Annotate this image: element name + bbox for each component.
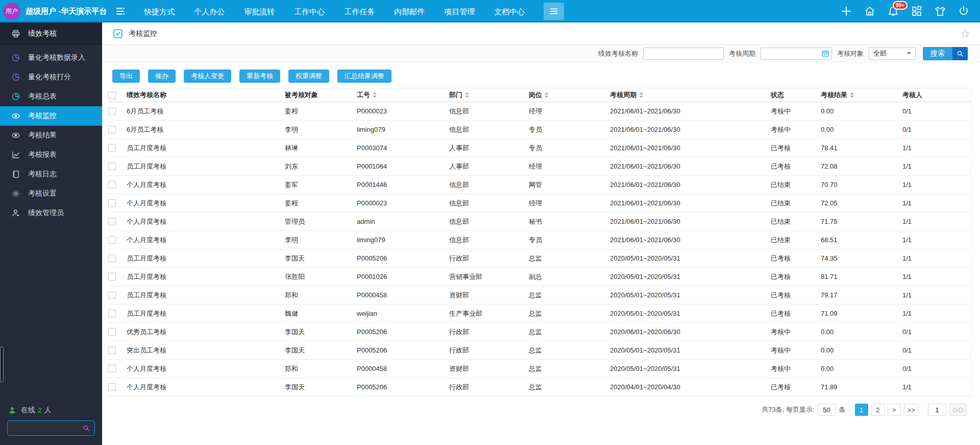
last-page-button[interactable]: >> bbox=[904, 404, 919, 416]
filter-target-select[interactable]: 全部 bbox=[869, 48, 916, 60]
power-logout-icon[interactable] bbox=[958, 5, 970, 17]
tab-project-mgmt[interactable]: 项目管理 bbox=[434, 1, 484, 22]
row-checkbox[interactable] bbox=[108, 365, 116, 372]
notifications-bell-icon[interactable]: 99+ bbox=[887, 5, 899, 17]
tab-doc-center[interactable]: 文档中心 bbox=[484, 1, 534, 22]
sidebar-item-assessment-result[interactable]: 考核结果 bbox=[0, 126, 102, 145]
table-row[interactable]: 员工月度考核魏健weijian生产事业部总监2020/05/01~2020/05… bbox=[108, 305, 971, 323]
row-checkbox[interactable] bbox=[108, 310, 116, 317]
column-header-name: 绩效考核名称 bbox=[127, 90, 285, 100]
menu-toggle-icon[interactable] bbox=[115, 5, 127, 17]
row-checkbox[interactable] bbox=[108, 291, 116, 299]
sort-arrows-icon[interactable] bbox=[373, 92, 377, 98]
table-row[interactable]: 个人月度考核姜程P0000023信息部经理2021/06/01~2021/06/… bbox=[108, 194, 971, 213]
column-header-emp-no[interactable]: 工号 bbox=[357, 90, 449, 100]
select-all-checkbox[interactable] bbox=[108, 91, 116, 99]
tab-shortcuts[interactable]: 快捷方式 bbox=[134, 1, 184, 22]
row-checkbox[interactable] bbox=[108, 144, 116, 152]
row-checkbox-cell bbox=[108, 328, 127, 336]
row-checkbox[interactable] bbox=[108, 218, 116, 225]
more-menus-button[interactable] bbox=[544, 3, 564, 20]
sidebar-item-perf-assessment[interactable]: 绩效考核 bbox=[0, 22, 102, 45]
urge-button[interactable]: 催办 bbox=[148, 69, 176, 83]
table-row[interactable]: 员工月度考核张胜阳P0001026营销事业部副总2020/05/01~2020/… bbox=[108, 268, 971, 286]
tab-work-center[interactable]: 工作中心 bbox=[284, 1, 334, 22]
column-header-result[interactable]: 考核结果 bbox=[821, 90, 902, 100]
row-checkbox[interactable] bbox=[108, 328, 116, 336]
row-checkbox[interactable] bbox=[108, 199, 116, 207]
column-header-position[interactable]: 岗位 bbox=[529, 90, 610, 100]
next-page-button[interactable]: > bbox=[888, 404, 901, 416]
table-row[interactable]: 员工月度考核郑和P0000458资财部总监2020/05/01~2020/05/… bbox=[108, 286, 971, 305]
table-row[interactable]: 个人月度考核姜军P0001446信息部网管2021/06/01~2021/06/… bbox=[108, 176, 971, 194]
sidebar-item-assessment-monitor[interactable]: 考核监控 bbox=[0, 106, 102, 126]
row-checkbox[interactable] bbox=[108, 126, 116, 133]
row-checkbox[interactable] bbox=[108, 273, 116, 280]
row-checkbox[interactable] bbox=[108, 181, 116, 189]
sidebar-item-perf-admin[interactable]: 绩效管理员 bbox=[0, 203, 102, 223]
search-icon[interactable] bbox=[82, 424, 90, 432]
table-row[interactable]: 个人月度考核管理员admin信息部秘书2021/06/01~2021/06/30… bbox=[108, 213, 971, 231]
change-assessor-button[interactable]: 考核人变更 bbox=[184, 69, 231, 83]
sidebar-item-assessment-summary[interactable]: 考核总表 bbox=[0, 87, 102, 106]
table-row[interactable]: 突出员工考核李国天P0005206行政部总监2020/05/01~2020/05… bbox=[108, 341, 971, 360]
sidebar-item-quant-data-entry[interactable]: 量化考核数据录入 bbox=[0, 48, 102, 67]
search-button[interactable]: 搜索 bbox=[923, 47, 968, 60]
pagination: 共73条, 每页显示: 条 12>>> GO bbox=[102, 396, 980, 416]
sidebar-item-assessment-log[interactable]: 考核日志 bbox=[0, 165, 102, 184]
column-header-dept[interactable]: 部门 bbox=[449, 90, 529, 100]
sidebar-item-assessment-settings[interactable]: 考核设置 bbox=[0, 184, 102, 203]
avatar[interactable]: 用户 bbox=[3, 3, 20, 20]
sidebar-search-input[interactable] bbox=[8, 425, 82, 432]
sort-arrows-icon[interactable] bbox=[545, 92, 549, 98]
page-size-input[interactable] bbox=[818, 404, 836, 416]
sidebar-scrollbar[interactable] bbox=[0, 346, 4, 382]
calendar-icon[interactable] bbox=[821, 50, 829, 58]
cell-target: 李国天 bbox=[285, 383, 357, 392]
table-row[interactable]: 员工月度考核李国天P0005206行政部总监2020/05/01~2020/05… bbox=[108, 249, 971, 268]
apps-grid-icon[interactable] bbox=[911, 5, 923, 17]
table-row[interactable]: 6月员工考核李明liming079信息部专员2021/06/01~2021/06… bbox=[108, 121, 971, 139]
cell-assessor: 1/1 bbox=[902, 254, 971, 262]
filter-name-input[interactable] bbox=[643, 48, 724, 60]
page-button-2[interactable]: 2 bbox=[871, 404, 885, 416]
cell-position: 总监 bbox=[529, 383, 610, 392]
row-checkbox[interactable] bbox=[108, 162, 116, 170]
row-checkbox[interactable] bbox=[108, 346, 116, 354]
search-icon bbox=[952, 47, 968, 60]
row-checkbox[interactable] bbox=[108, 383, 116, 391]
home-icon[interactable] bbox=[864, 5, 876, 17]
cell-target: 郑和 bbox=[285, 291, 357, 300]
column-header-period[interactable]: 考核周期 bbox=[610, 90, 771, 100]
table-scrollbar-track[interactable] bbox=[971, 88, 972, 397]
sort-arrows-icon[interactable] bbox=[639, 92, 643, 98]
table-row[interactable]: 个人月度考核李明liming079信息部专员2021/06/01~2021/06… bbox=[108, 231, 971, 249]
row-checkbox[interactable] bbox=[108, 107, 116, 115]
theme-shirt-icon[interactable] bbox=[934, 5, 946, 17]
sort-arrows-icon[interactable] bbox=[465, 92, 469, 98]
tab-approval-flow[interactable]: 审批流转 bbox=[234, 1, 284, 22]
reassess-button[interactable]: 重新考核 bbox=[239, 69, 280, 83]
summary-adjust-button[interactable]: 汇总结果调整 bbox=[337, 69, 391, 83]
page-button-1[interactable]: 1 bbox=[855, 404, 868, 416]
table-row[interactable]: 个人月度考核郑和P0000458资财部总监2020/05/01~2020/05/… bbox=[108, 360, 971, 378]
tab-work-tasks[interactable]: 工作任务 bbox=[334, 1, 384, 22]
table-row[interactable]: 6月员工考核姜程P0000023信息部经理2021/06/01~2021/06/… bbox=[108, 102, 971, 121]
page-jump-input[interactable] bbox=[928, 404, 946, 416]
favorite-star-icon[interactable] bbox=[961, 29, 970, 38]
weight-adjust-button[interactable]: 权重调整 bbox=[288, 69, 329, 83]
sort-arrows-icon[interactable] bbox=[850, 92, 854, 98]
export-button[interactable]: 导出 bbox=[112, 69, 140, 83]
table-row[interactable]: 员工月度考核刘东P0001064人事部经理2021/06/01~2021/06/… bbox=[108, 157, 971, 176]
sidebar-item-assessment-report[interactable]: 考核报表 bbox=[0, 145, 102, 165]
add-icon[interactable] bbox=[840, 5, 852, 17]
go-button[interactable]: GO bbox=[949, 404, 967, 416]
tab-personal-office[interactable]: 个人办公 bbox=[184, 1, 234, 22]
table-row[interactable]: 优秀员工考核李国天P0005206行政部总监2020/06/01~2020/06… bbox=[108, 323, 971, 341]
row-checkbox[interactable] bbox=[108, 254, 116, 262]
table-row[interactable]: 个人月度考核李国天P0005206行政部总监2020/04/01~2020/04… bbox=[108, 378, 971, 396]
tab-internal-mail[interactable]: 内部邮件 bbox=[384, 1, 434, 22]
table-row[interactable]: 员工月度考核林琳P0003074人事部专员2021/06/01~2021/06/… bbox=[108, 139, 971, 157]
sidebar-item-quant-scoring[interactable]: 量化考核打分 bbox=[0, 67, 102, 87]
row-checkbox[interactable] bbox=[108, 236, 116, 244]
